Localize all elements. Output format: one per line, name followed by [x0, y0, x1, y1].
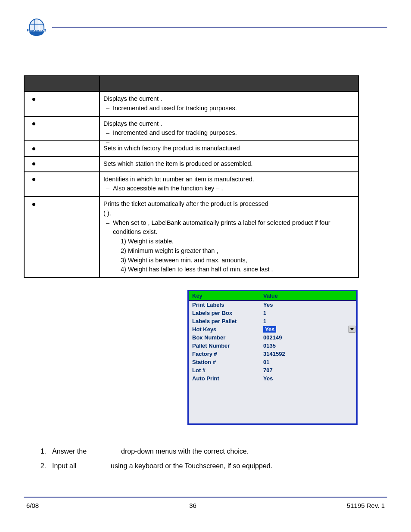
def-row-key [24, 141, 100, 156]
key-value-panel: Key Value Print LabelsYesLabels per Box1… [187, 290, 358, 425]
def-row-desc: Identifies in which lot number an item i… [100, 172, 358, 197]
kv-value: 0135 [260, 342, 356, 350]
instruction-item: 1.Answer the drop-down menus with the co… [37, 444, 387, 459]
header-rule [52, 27, 387, 28]
def-row-key [24, 116, 100, 141]
kv-value: 1 [260, 317, 356, 325]
def-desc-line: Also accessible with the function key – … [103, 184, 355, 193]
kv-row: Auto PrintYes [189, 374, 356, 383]
def-desc-line: Displays the current . [103, 94, 355, 104]
kv-key-label: Labels per Pallet [189, 317, 260, 325]
kv-row: Box Number002149 [189, 333, 356, 342]
def-desc-line: Prints the ticket automatically after th… [103, 199, 355, 209]
kv-row: Lot #707 [189, 366, 356, 374]
bullet-icon [32, 122, 35, 125]
instruction-item: 2.Input all using a keyboard or the Touc… [37, 459, 387, 473]
footer-date: 6/08 [26, 502, 39, 509]
kv-key-label: Hot Keys [189, 325, 260, 333]
kv-row: Labels per Box1 [189, 309, 356, 317]
bullet-icon [32, 147, 35, 150]
kv-key-label: Factory # [189, 350, 260, 358]
kv-row: Pallet Number0135 [189, 342, 356, 350]
bullet-icon [32, 98, 35, 101]
kv-value: Yes [260, 301, 356, 309]
def-row-desc: Displays the current .Incremented and us… [100, 91, 358, 116]
def-row-desc: Sets in which factory the product is man… [100, 141, 358, 156]
kv-key-label: Pallet Number [189, 342, 260, 350]
def-row-desc: Displays the current .Incremented and us… [100, 116, 358, 141]
def-header-desc [100, 76, 358, 91]
kv-value: Yes [260, 374, 356, 383]
dropdown-arrow-icon[interactable] [349, 326, 355, 333]
def-desc-line: Incremented and used for tracking purpos… [103, 128, 355, 138]
kv-row: Hot KeysYes [189, 325, 356, 333]
def-desc-line: ( ). [103, 209, 355, 218]
kv-value: 707 [260, 366, 356, 374]
kv-value[interactable]: Yes [260, 325, 356, 333]
bullet-icon [32, 162, 35, 165]
def-desc-line: Incremented and used for tracking purpos… [103, 104, 355, 113]
footer-rule [24, 497, 387, 498]
kv-key-label: Station # [189, 358, 260, 366]
def-header-key [24, 76, 100, 91]
def-row-key [24, 156, 100, 172]
kv-key-label: Print Labels [189, 301, 260, 309]
def-desc-line: 4) Weight has fallen to less than half o… [103, 265, 355, 274]
kv-row: Station #01 [189, 358, 356, 366]
kv-value: 1 [260, 309, 356, 317]
kv-key-label: Box Number [189, 333, 260, 342]
def-row-key [24, 196, 100, 277]
fairbanks-logo: FAIRBANKS [24, 17, 50, 37]
instr-text: Input all using a keyboard or the Touchs… [52, 459, 272, 473]
footer-docrev: 51195 Rev. 1 [347, 502, 385, 509]
footer-page: 36 [189, 502, 196, 509]
kv-value: 002149 [260, 333, 356, 342]
kv-row: Factory #3141592 [189, 350, 356, 358]
kv-key-label: Lot # [189, 366, 260, 374]
def-desc-line: Displays the current . [103, 119, 355, 129]
kv-header-key: Key [189, 291, 260, 300]
instr-number: 1. [37, 444, 46, 459]
bullet-icon [32, 203, 35, 206]
def-row-key [24, 91, 100, 116]
kv-key-label: Auto Print [189, 374, 260, 383]
def-desc-line: 2) Minimum weight is greater than , [103, 246, 355, 256]
def-row-desc: Sets which station the item is produced … [100, 156, 358, 172]
definition-table: Displays the current .Incremented and us… [24, 75, 359, 278]
kv-key-label: Labels per Box [189, 309, 260, 317]
def-desc-line: Identifies in which lot number an item i… [103, 175, 355, 184]
def-desc-line: 3) Weight is between min. and max. amoun… [103, 256, 355, 265]
kv-header-value: Value [260, 291, 356, 300]
def-desc-line: 1) Weight is stable, [103, 237, 355, 246]
bullet-icon [32, 178, 35, 181]
instr-text: Answer the drop-down menus with the corr… [52, 444, 249, 459]
kv-row: Labels per Pallet1 [189, 317, 356, 325]
kv-value: 01 [260, 358, 356, 366]
def-row-desc: Prints the ticket automatically after th… [100, 196, 358, 277]
def-desc-line: Sets which station the item is produced … [103, 159, 355, 169]
instructions-list: 1.Answer the drop-down menus with the co… [37, 444, 387, 473]
kv-row: Print LabelsYes [189, 301, 356, 309]
def-desc-line: When set to , LabelBank automatically pr… [103, 218, 355, 237]
def-row-key [24, 172, 100, 197]
instr-number: 2. [37, 459, 46, 473]
def-desc-line: Sets in which factory the product is man… [103, 144, 355, 153]
kv-value: 3141592 [260, 350, 356, 358]
